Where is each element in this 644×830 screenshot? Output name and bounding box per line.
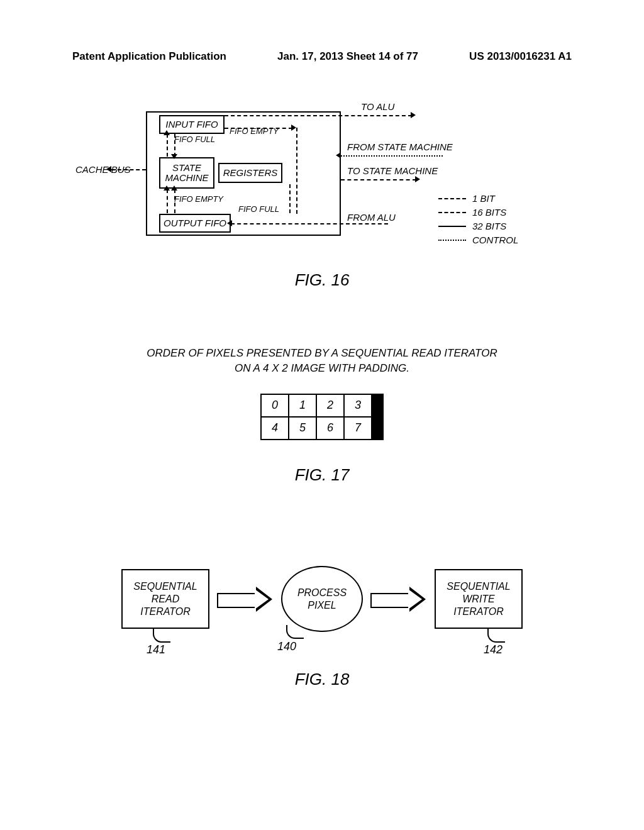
to-alu-arrowhead bbox=[411, 112, 416, 118]
cell-6: 6 bbox=[316, 417, 344, 440]
fifo-full-top-label: FIFO FULL bbox=[174, 135, 215, 144]
fifo-full-vline bbox=[167, 134, 168, 157]
lead-141 bbox=[153, 629, 170, 643]
sequential-write-iterator-box: SEQUENTIAL WRITE ITERATOR bbox=[435, 569, 523, 629]
from-sm-line bbox=[341, 155, 443, 157]
input-to-sm-vline bbox=[174, 134, 175, 157]
output-fifo-box: OUTPUT FIFO bbox=[159, 214, 231, 233]
fifo-full-arrowhead bbox=[164, 130, 170, 135]
legend-line-control bbox=[438, 240, 466, 241]
fifo-empty-bot-vline1 bbox=[167, 189, 168, 213]
cell-2: 2 bbox=[316, 394, 344, 417]
cell-1: 1 bbox=[289, 394, 316, 417]
internal-right-vline bbox=[296, 128, 297, 214]
from-alu-label: FROM ALU bbox=[347, 212, 396, 223]
figure-16: INPUT FIFO STATE MACHINE REGISTERS OUTPU… bbox=[79, 104, 538, 242]
cache-bus-line bbox=[111, 169, 146, 170]
registers-box: REGISTERS bbox=[218, 163, 282, 183]
legend-16bit-label: 16 BITS bbox=[472, 207, 506, 218]
fig17-title-line2: ON A 4 X 2 IMAGE WITH PADDING. bbox=[235, 362, 409, 374]
header-patent-number: US 2013/0016231 A1 bbox=[469, 50, 572, 63]
to-sm-line bbox=[341, 179, 416, 180]
from-alu-arrowhead bbox=[227, 220, 232, 226]
fig17-caption: FIG. 17 bbox=[0, 465, 644, 485]
fifo-full-bot-label: FIFO FULL bbox=[238, 204, 279, 214]
ref-142: 142 bbox=[484, 643, 502, 656]
to-alu-label: TO ALU bbox=[361, 101, 394, 112]
legend-control-label: CONTROL bbox=[472, 235, 518, 245]
legend-1bit-label: 1 BIT bbox=[472, 193, 495, 204]
fig17-title-line1: ORDER OF PIXELS PRESENTED BY A SEQUENTIA… bbox=[147, 347, 497, 359]
state-machine-box: STATE MACHINE bbox=[159, 157, 214, 189]
lead-142 bbox=[487, 629, 505, 643]
fifo-empty-bot-arrow2 bbox=[171, 185, 177, 191]
arrow-right-inner bbox=[408, 589, 422, 609]
fifo-empty-bot-label: FIFO EMPTY bbox=[174, 194, 223, 204]
legend-line-32bit bbox=[438, 226, 466, 227]
lead-140 bbox=[286, 625, 304, 639]
from-alu-line bbox=[231, 223, 388, 224]
sequential-read-iterator-box: SEQUENTIAL READ ITERATOR bbox=[121, 569, 209, 629]
legend-line-16bit bbox=[438, 212, 466, 213]
figure-17: ORDER OF PIXELS PRESENTED BY A SEQUENTIA… bbox=[0, 346, 644, 485]
arrow-right bbox=[370, 589, 427, 610]
cell-5: 5 bbox=[289, 417, 316, 440]
fifo-full-bot-vline-unused2 bbox=[289, 184, 291, 213]
arrow-left-inner bbox=[255, 589, 269, 609]
from-sm-arrowhead bbox=[336, 152, 341, 158]
to-sm-label: TO STATE MACHINE bbox=[347, 165, 438, 176]
cell-0: 0 bbox=[261, 394, 289, 417]
page-header: Patent Application Publication Jan. 17, … bbox=[0, 50, 644, 63]
fifo-empty-top-arrow bbox=[291, 124, 296, 131]
legend-16bit: 16 BITS bbox=[438, 207, 506, 218]
legend-32bit-label: 32 BITS bbox=[472, 221, 506, 231]
table-row: 4 5 6 7 bbox=[261, 417, 383, 440]
table-row: 0 1 2 3 bbox=[261, 394, 383, 417]
process-pixel-circle: PROCESS PIXEL bbox=[281, 566, 363, 632]
cache-bus-arrowhead bbox=[106, 166, 111, 172]
legend-line-1bit bbox=[438, 198, 466, 199]
fifo-empty-bot-vline2 bbox=[174, 189, 175, 213]
legend-1bit: 1 BIT bbox=[438, 193, 495, 204]
cell-7: 7 bbox=[344, 417, 372, 440]
legend-32bit: 32 BITS bbox=[438, 221, 506, 231]
ref-140: 140 bbox=[277, 640, 296, 653]
padding-cell bbox=[372, 394, 383, 417]
legend-control: CONTROL bbox=[438, 235, 518, 245]
to-sm-arrowhead bbox=[415, 176, 420, 182]
arrow-left bbox=[217, 589, 274, 610]
figure-18: SEQUENTIAL READ ITERATOR 141 PROCESS PIX… bbox=[0, 566, 644, 689]
ref-141: 141 bbox=[147, 643, 165, 656]
cell-3: 3 bbox=[344, 394, 372, 417]
input-to-sm-arrowhead-unused bbox=[171, 154, 177, 159]
fifo-empty-top-hline bbox=[225, 128, 292, 129]
pixel-order-grid: 0 1 2 3 4 5 6 7 bbox=[260, 394, 384, 440]
cell-4: 4 bbox=[261, 417, 289, 440]
fig17-title: ORDER OF PIXELS PRESENTED BY A SEQUENTIA… bbox=[0, 346, 644, 376]
fig18-caption: FIG. 18 bbox=[0, 670, 644, 689]
header-date-sheet: Jan. 17, 2013 Sheet 14 of 77 bbox=[277, 50, 418, 63]
fig16-caption: FIG. 16 bbox=[0, 270, 644, 290]
to-alu-line bbox=[225, 115, 412, 116]
fig18-flow-row: SEQUENTIAL READ ITERATOR 141 PROCESS PIX… bbox=[0, 566, 644, 632]
padding-cell bbox=[372, 417, 383, 440]
fifo-empty-bot-arrow1 bbox=[164, 185, 170, 191]
header-publication: Patent Application Publication bbox=[72, 50, 226, 63]
from-sm-label: FROM STATE MACHINE bbox=[347, 141, 453, 152]
